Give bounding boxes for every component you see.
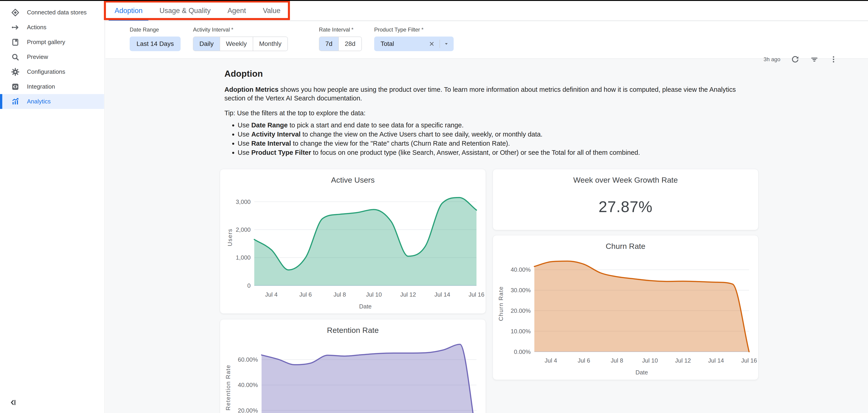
tip-bullet: Use Activity Interval to change the view… [238,130,868,139]
date-range-label: Date Range [130,27,181,33]
filter-icon[interactable] [810,55,819,64]
tab-bar: Adoption Usage & Quality Agent Value [105,1,868,21]
sidebar-item-label: Configurations [27,68,65,75]
svg-text:Jul 4: Jul 4 [265,291,278,298]
tab-agent[interactable]: Agent [221,1,253,21]
data-stores-icon [11,8,20,17]
svg-text:30.00%: 30.00% [511,287,531,293]
window-top-edge [0,0,868,1]
svg-text:Jul 10: Jul 10 [642,357,658,364]
svg-text:60.00%: 60.00% [238,356,258,363]
svg-text:Users: Users [227,228,233,246]
page-title: Adoption [224,69,868,79]
segment-monthly[interactable]: Monthly [253,37,287,51]
sidebar-item-label: Connected data stores [27,9,87,16]
chart-title-active-users: Active Users [220,176,486,185]
active-users-card: Active Users 01,0002,0003,000Jul 4Jul 6J… [220,169,486,314]
rate-interval-label: Rate Interval* [319,27,362,33]
svg-text:40.00%: 40.00% [238,382,258,388]
svg-text:1,000: 1,000 [236,254,251,261]
chart-title-churn-rate: Churn Rate [493,242,758,251]
clear-icon[interactable] [428,40,435,47]
sidebar-item-preview[interactable]: Preview [0,50,104,64]
preview-icon [11,53,20,61]
tab-usage-quality[interactable]: Usage & Quality [153,1,217,21]
sidebar-item-configurations[interactable]: Configurations [0,64,104,79]
product-type-label: Product Type Filter* [374,27,454,33]
rate-interval-filter: Rate Interval* 7d 28d [319,27,362,51]
svg-text:Jul 6: Jul 6 [299,291,312,298]
svg-text:Date: Date [636,369,648,376]
svg-text:Jul 16: Jul 16 [468,291,484,298]
activity-interval-segments: Daily Weekly Monthly [193,36,288,51]
churn-rate-card: Churn Rate 0.00%10.00%20.00%30.00%40.00%… [493,235,758,380]
sidebar: Connected data stores Actions Prompt gal… [0,1,105,413]
required-asterisk: * [231,27,233,33]
date-range-button[interactable]: Last 14 Days [130,36,181,51]
svg-text:0.00%: 0.00% [514,349,531,355]
more-options-icon[interactable] [829,55,838,64]
svg-text:2,000: 2,000 [236,226,251,233]
sidebar-item-label: Integration [27,83,55,90]
dropdown-divider [439,40,440,48]
svg-text:40.00%: 40.00% [511,266,531,273]
tab-value[interactable]: Value [256,1,287,21]
segment-28d[interactable]: 28d [338,37,362,51]
svg-text:Churn Rate: Churn Rate [498,286,504,321]
date-range-filter: Date Range Last 14 Days [130,27,181,51]
activity-interval-label: Activity Interval* [193,27,288,33]
actions-icon [11,23,20,32]
tab-adoption[interactable]: Adoption [108,1,149,21]
stat-title-wow-growth: Week over Week Growth Rate [493,176,758,185]
required-asterisk: * [351,27,353,33]
svg-text:Jul 8: Jul 8 [611,357,623,364]
churn-rate-chart: 0.00%10.00%20.00%30.00%40.00%Jul 4Jul 6J… [493,253,758,379]
filter-actions: 3h ago [764,52,838,67]
chart-title-retention-rate: Retention Rate [220,326,486,335]
active-users-chart: 01,0002,0003,000Jul 4Jul 6Jul 8Jul 10Jul… [220,186,486,313]
svg-text:20.00%: 20.00% [511,308,531,314]
svg-text:Jul 6: Jul 6 [578,357,590,364]
retention-rate-chart: 0.00%20.00%40.00%60.00%Jul 4Jul 6Jul 8Ju… [220,337,486,413]
required-asterisk: * [422,27,424,33]
date-range-value: Last 14 Days [136,40,174,47]
segment-7d[interactable]: 7d [319,37,338,51]
sidebar-item-connected-data-stores[interactable]: Connected data stores [0,5,104,20]
charts-grid: Active Users 01,0002,0003,000Jul 4Jul 6J… [220,169,868,413]
svg-text:Date: Date [359,303,372,310]
svg-text:Jul 14: Jul 14 [434,291,450,298]
svg-text:Jul 4: Jul 4 [545,357,557,364]
sidebar-item-analytics[interactable]: Analytics [0,94,104,109]
svg-text:Jul 8: Jul 8 [334,291,346,298]
last-refresh-text: 3h ago [764,56,780,63]
product-type-value: Total [380,40,428,47]
collapse-sidebar-button[interactable] [9,398,19,408]
sidebar-nav: Connected data stores Actions Prompt gal… [0,5,104,109]
tab-label: Adoption [115,7,143,15]
wow-growth-value: 27.87% [493,198,758,216]
svg-text:Jul 12: Jul 12 [675,357,691,364]
segment-weekly[interactable]: Weekly [220,37,253,51]
svg-text:Jul 10: Jul 10 [366,291,382,298]
svg-text:Jul 16: Jul 16 [741,357,757,364]
tip-bullet: Use Rate Interval to change the view for… [238,139,868,148]
wow-growth-card: Week over Week Growth Rate 27.87% [493,169,758,230]
intro-bold-term: Adoption Metrics [224,86,279,93]
configurations-icon [11,68,20,76]
product-type-dropdown[interactable]: Total [374,36,454,51]
svg-text:3,000: 3,000 [236,199,251,205]
sidebar-item-label: Preview [27,54,48,61]
refresh-icon[interactable] [791,55,800,64]
main-content: Adoption Adoption Metrics shows you how … [105,59,868,413]
chevron-down-icon[interactable] [443,41,450,47]
intro-paragraph: Adoption Metrics shows you how people ar… [224,85,749,102]
svg-text:10.00%: 10.00% [511,328,531,335]
prompt-gallery-icon [11,38,20,46]
sidebar-item-prompt-gallery[interactable]: Prompt gallery [0,35,104,50]
sidebar-item-integration[interactable]: Integration [0,79,104,94]
segment-daily[interactable]: Daily [193,37,219,51]
tip-bullet: Use Date Range to pick a start and end d… [238,121,868,130]
tab-label: Agent [227,7,246,15]
sidebar-item-actions[interactable]: Actions [0,20,104,35]
rate-interval-segments: 7d 28d [319,36,362,51]
